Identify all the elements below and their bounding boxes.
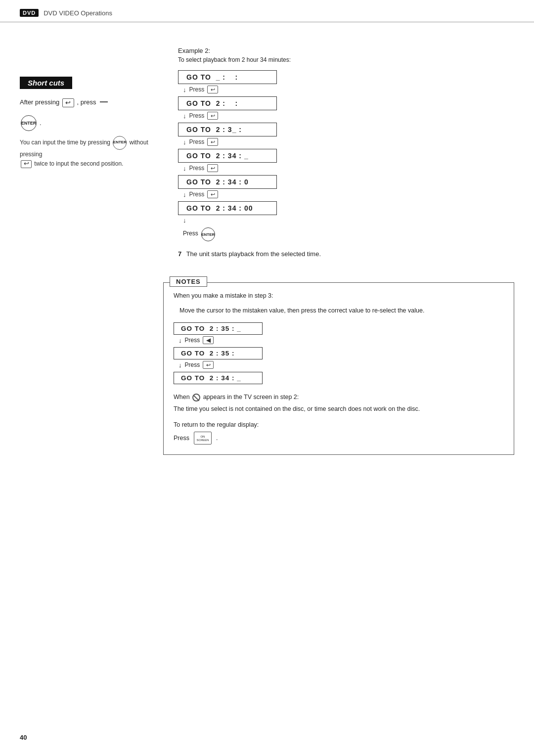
notes-goto-step-3: GO TO 2 : 34 : _ [174, 372, 504, 384]
goto-display-2: GO TO 2 : : [178, 96, 277, 110]
enter-press-icon-1: ↩ [207, 86, 218, 93]
enter-icon-small: ENTER [113, 136, 127, 150]
when-label: When [174, 394, 190, 400]
enter-press-icon-2: ↩ [207, 112, 218, 120]
two-column-layout: Short cuts After pressing , press — ENTE… [20, 47, 514, 272]
notes-down-arrow-1: ↓ [178, 337, 182, 344]
goto-step-4: GO TO 2 : 34 : _ ↓ Press ↩ [178, 149, 514, 172]
enter-button-icon: ENTER [21, 115, 37, 131]
notes-press-row-2: ↓ Press ↩ [178, 361, 504, 369]
enter-press-icon-3: ↩ [207, 138, 218, 146]
on-screen-button-icon: ON SCREEN [194, 432, 212, 445]
notes-goto-display-1: GO TO 2 : 35 : _ [174, 322, 263, 335]
down-arrow-4: ↓ [183, 165, 186, 172]
goto-step-2: GO TO 2 : : ↓ Press ↩ [178, 96, 514, 120]
arrow-right-icon: — [100, 97, 108, 106]
notes-section: NOTES When you make a mistake in step 3:… [163, 282, 514, 455]
notes-title: NOTES [170, 276, 207, 287]
goto-step-3: GO TO 2 : 3_ : ↓ Press ↩ [178, 123, 514, 146]
dvd-badge: DVD [20, 9, 39, 17]
press-label-6: Press [183, 230, 198, 237]
enter-back-icon: ↩ [203, 361, 214, 369]
press-row-2: ↓ Press ↩ [183, 112, 514, 120]
notes-goto-step-2: GO TO 2 : 35 : ↓ Press ↩ [174, 347, 504, 369]
notes-goto-display-2: GO TO 2 : 35 : [174, 347, 263, 359]
down-arrow-5: ↓ [183, 191, 186, 198]
step7-text: 7 The unit starts playback from the sele… [178, 250, 514, 258]
goto-small-icon [21, 160, 32, 168]
page-header: DVD DVD VIDEO Operations [0, 0, 534, 22]
notes-mistake-desc: Move the cursor to the mistaken value, t… [179, 306, 504, 315]
step7-number: 7 [178, 250, 181, 258]
down-arrow-6: ↓ [183, 217, 186, 224]
goto-step-5: GO TO 2 : 34 : 0 ↓ Press ↩ [178, 175, 514, 198]
notes-press-row-1: ↓ Press ◀ [178, 336, 504, 344]
press-row-5: ↓ Press ↩ [183, 190, 514, 198]
goto-arrow-icon [62, 98, 74, 107]
when-text2: The time you select is not contained on … [174, 404, 504, 414]
goto-step-6: GO TO 2 : 34 : 00 ↓ Press ENTER [178, 201, 514, 241]
main-content: Short cuts After pressing , press — ENTE… [0, 22, 534, 475]
step7-description: The unit starts playback from the select… [186, 250, 321, 258]
goto-display-4: GO TO 2 : 34 : _ [178, 149, 277, 163]
period: . [216, 433, 218, 443]
notes-mistake-title: When you make a mistake in step 3: [174, 291, 504, 301]
page-number: 40 [20, 734, 27, 741]
enter-circle-icon: ENTER [201, 227, 215, 241]
notes-goto-display-3: GO TO 2 : 34 : _ [174, 372, 263, 384]
goto-step-1: GO TO _ : : ↓ Press ↩ [178, 70, 514, 93]
small-note: You can input the time by pressing ENTER… [20, 136, 158, 169]
when-text1: appears in the TV screen in step 2: [203, 394, 299, 400]
no-entry-symbol [192, 394, 200, 401]
goto-display-3: GO TO 2 : 3_ : [178, 123, 277, 136]
notes-goto-step-1: GO TO 2 : 35 : _ ↓ Press ◀ [174, 322, 504, 344]
right-column: Example 2: To select playback from 2 hou… [178, 47, 514, 272]
down-arrow-1: ↓ [183, 86, 186, 93]
example-label: Example 2: [178, 47, 514, 54]
press-row-4: ↓ Press ↩ [183, 164, 514, 172]
press-row-6: ↓ [183, 217, 514, 224]
notes-down-arrow-2: ↓ [178, 361, 182, 369]
down-arrow-2: ↓ [183, 112, 186, 120]
enter-press-icon-5: ↩ [207, 190, 218, 198]
goto-display-1: GO TO _ : : [178, 70, 277, 84]
left-column: Short cuts After pressing , press — ENTE… [20, 47, 158, 272]
example-desc: To select playback from 2 hour 34 minute… [178, 56, 514, 63]
shortcut-label: Short cuts [20, 77, 72, 89]
after-press-text: After pressing , press — [20, 95, 158, 109]
return-text: To return to the regular display: [174, 420, 504, 430]
goto-display-6: GO TO 2 : 34 : 00 [178, 201, 277, 215]
cursor-left-icon: ◀ [203, 336, 214, 344]
press-row-3: ↓ Press ↩ [183, 138, 514, 146]
when-section: When appears in the TV screen in step 2:… [174, 392, 504, 445]
press-label-return: Press [174, 433, 189, 443]
enter-press-icon-4: ↩ [207, 164, 218, 172]
header-title: DVD VIDEO Operations [44, 9, 112, 17]
down-arrow-3: ↓ [183, 138, 186, 146]
goto-display-5: GO TO 2 : 34 : 0 [178, 175, 277, 189]
press-row-1: ↓ Press ↩ [183, 86, 514, 93]
